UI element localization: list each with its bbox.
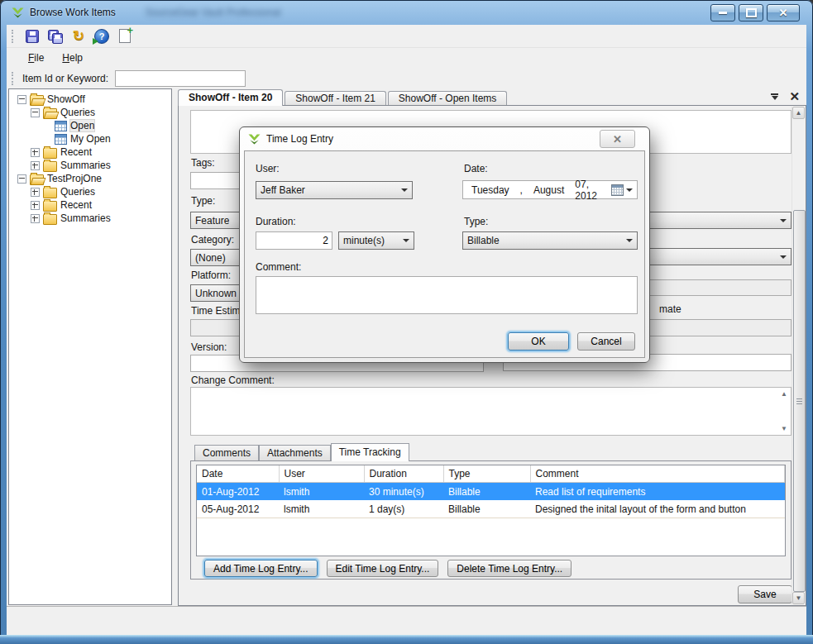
expand-toggle-icon[interactable] [31,201,40,210]
duration-unit-dropdown[interactable]: minute(s) [338,231,414,250]
close-tab-icon[interactable]: ✕ [789,91,800,103]
menu-file[interactable]: File [25,50,47,65]
cell-type: Billable [443,483,530,501]
tab-showoff-open-items[interactable]: ShowOff - Open Items [388,91,508,106]
tab-comments[interactable]: Comments [194,445,259,461]
document-tab-bar: ShowOff - Item 20 ShowOff - Item 21 Show… [178,89,806,106]
save-all-button[interactable] [47,28,64,45]
date-month[interactable]: August [533,184,564,196]
scrollbar-thumb[interactable] [793,210,806,592]
collapse-toggle-icon[interactable] [31,108,40,117]
save-all-icon [48,30,63,43]
column-header-user[interactable]: User [279,465,364,483]
cell-type: Billable [443,500,530,518]
maximize-button[interactable] [739,4,763,21]
date-day[interactable]: Tuesday [471,184,509,196]
window-title: Browse Work Items [30,7,116,18]
comment-textarea[interactable] [256,276,638,314]
refresh-button[interactable]: ↻ [70,28,87,45]
scroll-down-icon[interactable]: ▼ [781,425,787,432]
status-strip [7,606,806,636]
category-label: Category: [191,234,234,246]
expand-toggle-icon[interactable] [31,188,40,197]
billing-type-value: Billable [467,235,500,246]
item-id-keyword-input[interactable] [115,70,246,87]
type-label: Type: [191,195,215,207]
column-header-comment[interactable]: Comment [530,465,785,483]
dialog-title-bar[interactable]: Time Log Entry [248,133,333,145]
expand-toggle-icon[interactable] [31,214,40,223]
user-dropdown[interactable]: Jeff Baker [256,181,413,199]
category-value: (None) [195,252,226,264]
date-picker[interactable]: Tuesday , August 07, 2012 [462,180,638,199]
change-comment-textarea[interactable]: ▲ ▼ [190,387,791,436]
tree-item-label: Queries [60,107,95,118]
scroll-up-icon[interactable]: ▲ [792,107,805,119]
type-value: Feature [195,215,229,227]
save-button[interactable] [24,28,41,45]
expand-toggle-icon[interactable] [31,148,40,157]
duration-input[interactable] [256,231,332,250]
tree-item-my-open-query[interactable]: My Open [9,132,171,145]
application-window: Browse Work Items SourceGear Vault Profe… [0,0,813,644]
tab-attachments[interactable]: Attachments [259,445,331,461]
tree-item-testprojone[interactable]: TestProjOne [9,172,171,185]
table-row[interactable]: 01-Aug-2012 lsmith 30 minute(s) Billable… [197,483,785,501]
tree-item-recent-2[interactable]: Recent [9,198,171,212]
title-bar[interactable]: Browse Work Items SourceGear Vault Profe… [0,0,813,25]
project-tree: ShowOff Queries Open My Open Recent [8,88,172,605]
tab-list-dropdown-icon[interactable] [770,93,779,100]
new-item-icon: + [119,29,131,43]
expand-toggle-icon[interactable] [31,161,40,170]
menu-bar: File Help [7,48,806,68]
tracking-section: Comments Attachments Time Tracking Date … [190,443,791,580]
dialog-close-button[interactable]: ✕ [600,130,635,148]
vertical-scrollbar[interactable]: ▲ ▼ [791,107,805,604]
cell-date: 01-Aug-2012 [197,483,279,501]
tree-item-queries-2[interactable]: Queries [9,185,171,198]
save-work-item-button[interactable]: Save [738,585,792,603]
scroll-down-icon[interactable]: ▼ [792,592,805,604]
scroll-up-icon[interactable]: ▲ [781,390,787,398]
tab-showoff-item-21[interactable]: ShowOff - Item 21 [285,91,386,106]
calendar-dropdown-button[interactable] [611,184,637,196]
tree-item-queries[interactable]: Queries [9,106,171,119]
add-time-log-entry-button[interactable]: Add Time Log Entry... [204,560,318,577]
date-daynum-year[interactable]: 07, 2012 [575,179,611,202]
toolbar-grip[interactable] [12,30,16,43]
chevron-down-icon [401,188,408,192]
tree-item-summaries[interactable]: Summaries [9,159,171,172]
table-row[interactable]: 05-Aug-2012 lsmith 1 day(s) Billable Des… [197,500,785,518]
close-icon: ✕ [613,133,622,145]
folder-open-icon [30,174,44,185]
searchbar-grip[interactable] [12,72,16,85]
billing-type-dropdown[interactable]: Billable [462,231,638,250]
maximize-icon [746,8,757,17]
cell-duration: 1 day(s) [364,500,443,518]
new-item-button[interactable]: + [117,28,133,45]
ok-button[interactable]: OK [508,332,569,351]
edit-time-log-entry-button[interactable]: Edit Time Log Entry... [327,560,439,577]
cell-date: 05-Aug-2012 [197,500,279,518]
column-header-date[interactable]: Date [197,465,279,483]
plus-icon: + [127,26,133,35]
tree-item-recent[interactable]: Recent [9,145,171,159]
menu-help[interactable]: Help [59,50,86,65]
cancel-button[interactable]: Cancel [577,332,635,351]
delete-time-log-entry-button[interactable]: Delete Time Log Entry... [447,560,571,577]
column-header-duration[interactable]: Duration [364,465,443,483]
collapse-toggle-icon[interactable] [17,95,26,104]
column-header-type[interactable]: Type [443,465,530,483]
table-header-row: Date User Duration Type Comment [197,465,785,483]
tab-time-tracking[interactable]: Time Tracking [331,443,409,461]
tree-item-open-query[interactable]: Open [9,119,171,132]
tree-item-showoff[interactable]: ShowOff [9,93,171,106]
close-button[interactable]: ✕ [767,4,800,21]
chevron-down-icon [626,239,633,242]
collapse-toggle-icon[interactable] [17,174,26,184]
tree-item-summaries-2[interactable]: Summaries [9,212,171,225]
tree-item-label: Queries [60,186,95,198]
tab-showoff-item-20[interactable]: ShowOff - Item 20 [178,89,283,106]
minimize-button[interactable] [710,4,735,21]
help-button[interactable]: ? [93,28,110,45]
